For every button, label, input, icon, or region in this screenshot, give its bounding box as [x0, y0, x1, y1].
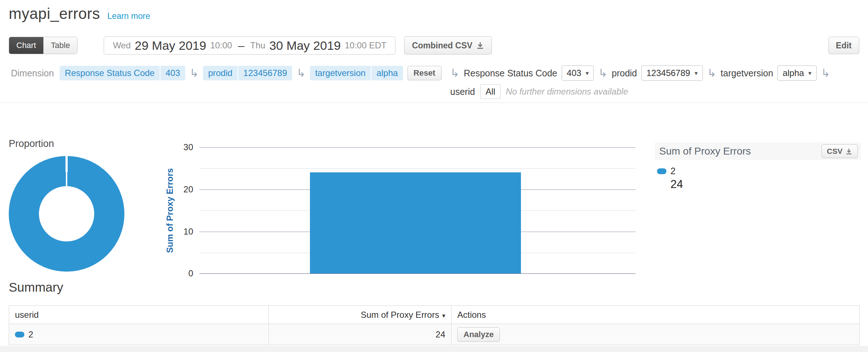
table-row: 2 24 Analyze	[9, 324, 860, 345]
column-header-sum-of-proxy-errors[interactable]: Sum of Proxy Errors▾	[269, 306, 451, 324]
legend-title: Sum of Proxy Errors	[659, 145, 751, 157]
learn-more-link[interactable]: Learn more	[107, 11, 150, 21]
selector-label-response-status-code: Response Status Code	[464, 68, 557, 79]
selector-dropdown-prodid[interactable]: 123456789 ▾	[641, 65, 703, 81]
breadcrumb-chip-prodid[interactable]: prodid 123456789	[203, 66, 292, 80]
breadcrumb-name: prodid	[203, 66, 238, 80]
selector-dropdown-targetversion[interactable]: alpha ▾	[777, 65, 816, 81]
drilldown-arrow-icon: ↳	[190, 66, 199, 80]
breadcrumb-chip-targetversion[interactable]: targetversion alpha	[310, 66, 403, 80]
dimension-selectors: ↳ Response Status Code 403 ▾ ↳ prodid 12…	[450, 65, 830, 99]
cell-userid: 2	[9, 324, 269, 345]
selector-label-targetversion: targetversion	[721, 68, 773, 79]
next-dimension-label: userid	[450, 87, 475, 97]
summary-table: userid Sum of Proxy Errors▾ Actions 2 24…	[9, 305, 860, 345]
start-date: 29 May 2019	[135, 39, 206, 53]
gridline-0	[199, 273, 636, 274]
selector-label-prodid: prodid	[612, 68, 637, 79]
csv-button[interactable]: CSV	[821, 144, 858, 158]
gridline-25	[199, 168, 636, 169]
combined-csv-label: Combined CSV	[412, 41, 472, 51]
reset-button[interactable]: Reset	[407, 66, 442, 80]
selector-line: ↳ Response Status Code 403 ▾ ↳ prodid 12…	[450, 65, 830, 81]
page-header: myapi_errors Learn more	[9, 5, 150, 23]
download-icon	[476, 41, 484, 49]
selector-value: 123456789	[646, 68, 690, 78]
divider	[0, 103, 868, 103]
dimension-label: Dimension	[11, 65, 54, 81]
date-range-picker[interactable]: Wed 29 May 2019 10:00 – Thu 30 May 2019 …	[104, 36, 395, 55]
proportion-panel	[9, 151, 155, 277]
y-tick-label: 0	[173, 268, 193, 279]
breadcrumb-name: Response Status Code	[60, 66, 160, 80]
dimension-row: Dimension Response Status Code 403 ↳ pro…	[11, 65, 859, 99]
chevron-down-icon: ▾	[808, 69, 812, 77]
bar-chart-plot[interactable]: 30 20 10 0	[199, 147, 636, 274]
legend-header: Sum of Proxy Errors CSV	[655, 143, 861, 160]
drilldown-arrow-icon: ↳	[707, 66, 716, 80]
combined-csv-button[interactable]: Combined CSV	[404, 36, 491, 55]
selector-value: 403	[567, 68, 581, 78]
download-icon	[845, 148, 852, 155]
column-header-label: Sum of Proxy Errors	[361, 310, 439, 320]
drilldown-arrow-icon: ↳	[296, 66, 306, 80]
drilldown-arrow-icon: ↳	[821, 66, 830, 80]
legend-series-value: 24	[655, 178, 861, 191]
bar-series[interactable]	[310, 172, 521, 273]
legend-item[interactable]: 2	[655, 166, 861, 176]
series-swatch	[15, 332, 24, 337]
drilldown-arrow-icon: ↳	[450, 66, 459, 80]
start-time: 10:00	[210, 40, 232, 51]
legend-swatch	[657, 168, 666, 174]
dimension-breadcrumbs: Response Status Code 403 ↳ prodid 123456…	[60, 65, 441, 81]
gridline-30	[199, 147, 636, 148]
drilldown-arrow-icon: ↳	[598, 66, 607, 80]
toolbar: Chart Table Wed 29 May 2019 10:00 – Thu …	[9, 36, 859, 55]
cell-sum: 24	[269, 324, 451, 345]
column-header-actions: Actions	[451, 306, 860, 324]
breadcrumb-value: 403	[160, 66, 185, 80]
y-axis-label: Sum of Proxy Errors	[165, 168, 175, 253]
y-tick-label: 20	[173, 184, 193, 195]
end-day: Thu	[250, 40, 265, 51]
chevron-down-icon: ▾	[586, 69, 589, 77]
edit-button[interactable]: Edit	[828, 37, 859, 54]
analyze-button[interactable]: Analyze	[457, 327, 500, 342]
breadcrumb-chip-response-status-code[interactable]: Response Status Code 403	[60, 66, 185, 80]
no-more-dimensions-text: No further dimensions available	[506, 87, 628, 97]
chevron-down-icon: ▾	[694, 69, 698, 77]
summary-heading: Summary	[9, 280, 860, 295]
page-title: myapi_errors	[9, 5, 100, 23]
breadcrumb-value: alpha	[371, 66, 403, 80]
chart-toggle-button[interactable]: Chart	[9, 37, 43, 54]
footer-strip	[0, 346, 868, 352]
cell-actions: Analyze	[451, 324, 860, 345]
sort-descending-icon: ▾	[442, 312, 445, 319]
proportion-label: Proportion	[9, 138, 54, 149]
y-tick-label: 30	[173, 142, 193, 152]
table-toggle-button[interactable]: Table	[43, 37, 77, 54]
breadcrumb-value: 123456789	[238, 66, 292, 80]
end-date: 30 May 2019	[269, 39, 341, 53]
date-range-separator: –	[238, 39, 244, 52]
legend-panel: Sum of Proxy Errors CSV 2 24	[655, 143, 861, 191]
chart-section: Proportion Sum of Proxy Errors 30 20 10 …	[0, 138, 868, 278]
breadcrumb-name: targetversion	[310, 66, 371, 80]
selector-dropdown-response-status-code[interactable]: 403 ▾	[562, 65, 594, 81]
userid-value: 2	[28, 329, 33, 340]
csv-label: CSV	[827, 147, 843, 156]
column-header-userid[interactable]: userid	[9, 306, 269, 324]
proportion-donut-chart[interactable]	[9, 156, 124, 272]
next-dimension-line: userid All No further dimensions availab…	[450, 84, 830, 99]
start-day: Wed	[113, 40, 131, 51]
selector-value: alpha	[783, 68, 804, 78]
summary-section: Summary userid Sum of Proxy Errors▾ Acti…	[9, 280, 860, 345]
next-dimension-value-box[interactable]: All	[480, 84, 501, 99]
y-tick-label: 10	[173, 227, 193, 237]
end-time: 10:00 EDT	[345, 40, 387, 51]
view-toggle: Chart Table	[9, 37, 77, 54]
legend-series-label: 2	[670, 166, 676, 176]
